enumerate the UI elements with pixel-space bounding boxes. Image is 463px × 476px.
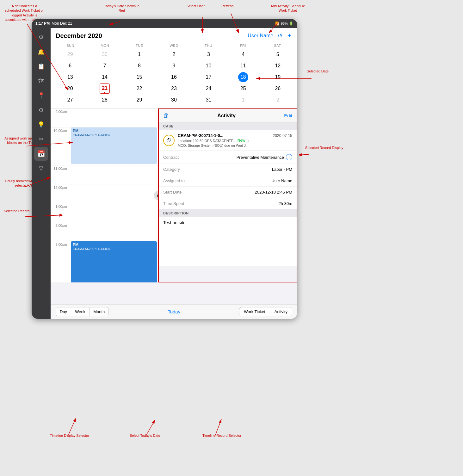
day-header-fri: FRI bbox=[226, 44, 260, 47]
cal-day-29-prev[interactable]: 29 bbox=[53, 49, 87, 60]
cal-day-19[interactable]: 19 bbox=[261, 71, 295, 83]
view-tab-week[interactable]: Week bbox=[71, 307, 89, 316]
status-time: 1:17 PM bbox=[35, 21, 50, 26]
time-content-10am: PM CRAM-PM-200714-1-0007 bbox=[70, 127, 158, 165]
time-content-2pm bbox=[70, 222, 158, 241]
cal-day-11[interactable]: 11 bbox=[226, 60, 260, 71]
day-header-wed: WED bbox=[157, 44, 191, 47]
time-label-10am: 10:00am bbox=[51, 127, 70, 133]
cal-day-1-next[interactable]: 1 bbox=[226, 94, 260, 106]
activity-block-light[interactable]: PM CRAM-PM-200714-1-0007 bbox=[71, 127, 157, 164]
cal-day-30[interactable]: 30 bbox=[157, 94, 191, 106]
sidebar-item-lightbulb[interactable]: 💡 bbox=[34, 118, 48, 132]
calendar-week-2: 6 7 8 9 10 11 12 bbox=[53, 60, 295, 71]
cal-day-30-prev[interactable]: 30 bbox=[88, 49, 121, 60]
calendar-week-4: 20 21 22 23 24 25 26 bbox=[53, 83, 295, 94]
view-tab-day[interactable]: Day bbox=[56, 307, 71, 316]
cal-day-25[interactable]: 25 bbox=[226, 83, 260, 94]
record-tab-workticket[interactable]: Work Ticket bbox=[239, 307, 270, 316]
view-tab-month[interactable]: Month bbox=[89, 307, 109, 316]
refresh-button[interactable]: ↺ bbox=[277, 32, 283, 40]
startdate-label: Start Date bbox=[163, 190, 182, 195]
detail-row-startdate: Start Date 2020-12-18 2:45 PM bbox=[159, 187, 297, 198]
sidebar-item-tools[interactable]: ✂ bbox=[34, 132, 48, 146]
cal-day-7[interactable]: 7 bbox=[88, 60, 121, 71]
contract-info-button[interactable]: i bbox=[286, 154, 292, 160]
day-header-mon: MON bbox=[88, 44, 122, 47]
cal-day-24[interactable]: 24 bbox=[192, 83, 225, 94]
delete-button[interactable]: 🗑 bbox=[163, 112, 169, 119]
sidebar-item-filter[interactable]: ▽ bbox=[34, 161, 48, 175]
cal-day-29[interactable]: 29 bbox=[122, 94, 156, 106]
case-card[interactable]: ⏱ CRAM-PM-200714-1-0... 2020-07-15 Locat… bbox=[159, 130, 297, 151]
cal-day-16[interactable]: 16 bbox=[157, 71, 191, 83]
cal-day-28[interactable]: 28 bbox=[88, 94, 121, 106]
add-button[interactable]: + bbox=[287, 31, 292, 40]
edit-button[interactable]: Edit bbox=[284, 113, 292, 118]
timespent-label: Time Spent bbox=[163, 201, 184, 206]
sidebar-item-map[interactable]: 🗺 bbox=[34, 74, 48, 88]
cal-day-17[interactable]: 17 bbox=[192, 71, 225, 83]
time-content-3pm: PM CRAM-PM-200714-1-0007 bbox=[70, 241, 158, 282]
cal-day-13[interactable]: 13 bbox=[53, 71, 87, 83]
cal-day-2-next[interactable]: 2 bbox=[261, 94, 295, 106]
detail-row-category: Category Labor - PM bbox=[159, 164, 297, 175]
sidebar-item-config[interactable]: ⚙ bbox=[34, 103, 48, 117]
time-content-11am bbox=[70, 165, 158, 184]
sidebar: ⚙ 🔔 📋 🗺 📍 ⚙ 💡 ✂ 📅 ▽ bbox=[32, 28, 51, 319]
svg-line-10 bbox=[298, 154, 309, 155]
activity-block-dark[interactable]: PM CRAM-PM-200714-1-0007 bbox=[71, 241, 157, 282]
cal-day-5[interactable]: 5 bbox=[261, 49, 295, 60]
time-label-2pm: 2:00pm bbox=[51, 222, 70, 227]
cal-day-22[interactable]: 22 bbox=[122, 83, 156, 94]
annotation-select-user: Select User bbox=[187, 4, 205, 8]
today-button[interactable]: Today bbox=[168, 309, 180, 314]
day-header-thu: THU bbox=[191, 44, 226, 47]
annotation-select-today: Select Today's Date bbox=[130, 433, 160, 438]
cal-day-18[interactable]: 18 bbox=[226, 71, 260, 83]
contract-label: Contract bbox=[163, 155, 179, 160]
detail-row-timespent: Time Spent 2h 30m bbox=[159, 198, 297, 209]
description-text: Test on site bbox=[159, 217, 297, 228]
cal-day-6[interactable]: 6 bbox=[53, 60, 87, 71]
cal-day-12[interactable]: 12 bbox=[261, 60, 295, 71]
sidebar-item-notifications[interactable]: 🔔 bbox=[34, 45, 48, 59]
time-label-11am: 11:00am bbox=[51, 165, 70, 170]
startdate-value: 2020-12-18 2:45 PM bbox=[255, 190, 292, 195]
cal-day-23[interactable]: 23 bbox=[157, 83, 191, 94]
calendar-user-button[interactable]: User Name bbox=[248, 33, 273, 39]
description-section: Test on site bbox=[159, 217, 297, 228]
category-value: Labor - PM bbox=[272, 167, 292, 172]
case-title: CRAM-PM-200714-1-0... bbox=[178, 133, 224, 138]
cal-day-31[interactable]: 31 bbox=[192, 94, 225, 106]
cal-day-9[interactable]: 9 bbox=[157, 60, 191, 71]
record-tabs: Work Ticket Activity bbox=[239, 307, 292, 316]
cal-day-2[interactable]: 2 bbox=[157, 49, 191, 60]
cal-day-10[interactable]: 10 bbox=[192, 60, 225, 71]
cal-day-14[interactable]: 14 bbox=[88, 71, 121, 83]
sidebar-item-clipboard[interactable]: 📋 bbox=[34, 59, 48, 73]
cal-day-27[interactable]: 27 bbox=[53, 94, 87, 106]
cal-day-15[interactable]: 15 bbox=[122, 71, 156, 83]
light-block-sub: CRAM-PM-200714-1-0007 bbox=[73, 133, 155, 137]
status-bar: 1:17 PM Mon Dec 21 📶 96% 🔋 bbox=[32, 19, 297, 28]
cal-day-8[interactable]: 8 bbox=[122, 60, 156, 71]
sidebar-item-settings[interactable]: ⚙ bbox=[34, 30, 48, 44]
cal-day-1[interactable]: 1 bbox=[122, 49, 156, 60]
wifi-icon: 📶 bbox=[275, 22, 280, 26]
cal-day-21[interactable]: 21 bbox=[88, 83, 121, 94]
time-row-9am: 9:00am bbox=[51, 108, 158, 127]
record-tab-activity[interactable]: Activity bbox=[270, 307, 292, 316]
sidebar-item-calendar[interactable]: 📅 bbox=[34, 147, 48, 161]
sidebar-item-location[interactable]: 📍 bbox=[34, 89, 48, 102]
cal-day-3[interactable]: 3 bbox=[192, 49, 225, 60]
cal-day-4[interactable]: 4 bbox=[226, 49, 260, 60]
timeline-section: 9:00am 10:00am PM CRAM-PM-200714-1-0007 bbox=[51, 108, 158, 282]
cal-day-20[interactable]: 20 bbox=[53, 83, 87, 94]
case-status-badge: New bbox=[238, 138, 245, 143]
cal-day-26[interactable]: 26 bbox=[261, 83, 295, 94]
app-layout: ⚙ 🔔 📋 🗺 📍 ⚙ 💡 ✂ 📅 ▽ December 2020 User N… bbox=[32, 28, 297, 319]
calendar-days-header: SUN MON TUE WED THU FRI SAT bbox=[53, 42, 295, 49]
main-content: December 2020 User Name ↺ + SUN MON TUE … bbox=[51, 28, 297, 319]
annotation-refresh: Refresh bbox=[221, 4, 234, 8]
